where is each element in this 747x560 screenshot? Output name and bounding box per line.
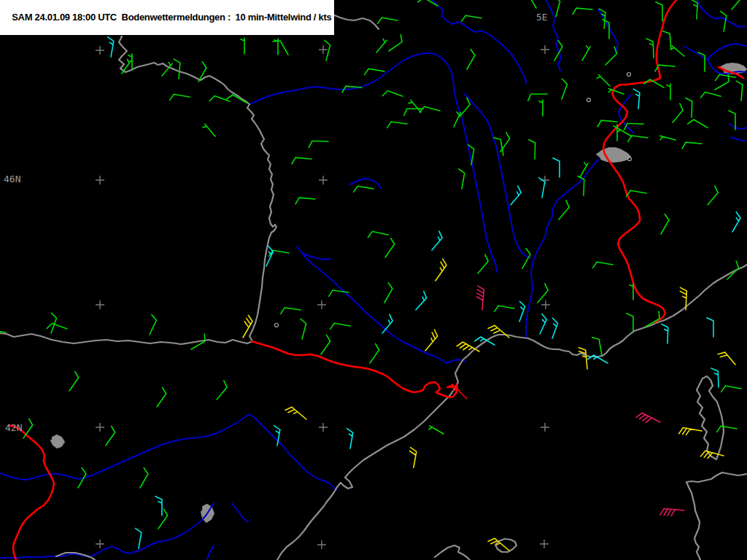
barb-staff bbox=[378, 18, 398, 23]
map-title-bar: SAM 24.01.09 18:00 UTC Bodenwettermeldun… bbox=[0, 0, 334, 36]
river bbox=[207, 545, 214, 559]
wind-barb bbox=[285, 407, 306, 419]
barb-staff bbox=[436, 259, 446, 281]
barb-staff bbox=[608, 88, 624, 94]
wind-barb bbox=[158, 509, 168, 529]
wind-barb bbox=[539, 178, 545, 198]
barb-staff bbox=[368, 231, 388, 237]
wind-barb bbox=[554, 0, 560, 17]
barb-staff bbox=[410, 448, 417, 467]
wind-barb bbox=[691, 0, 697, 19]
wind-barb bbox=[662, 324, 668, 343]
lake bbox=[51, 435, 64, 448]
country-border bbox=[9, 425, 54, 560]
river bbox=[598, 9, 618, 51]
barb-staff bbox=[539, 178, 545, 198]
lake-layer bbox=[51, 63, 746, 522]
wind-barb bbox=[660, 509, 684, 516]
label-layer: 5W05E46N42N bbox=[4, 11, 548, 433]
barb-staff bbox=[170, 94, 190, 100]
barb-staff bbox=[732, 212, 740, 232]
barb-staff bbox=[538, 284, 548, 303]
wind-barb bbox=[157, 387, 166, 407]
barb-staff bbox=[321, 335, 330, 354]
barb-staff bbox=[488, 325, 509, 338]
wind-barb bbox=[633, 89, 640, 109]
wind-barb bbox=[582, 46, 590, 61]
wind-barb bbox=[429, 426, 444, 434]
graticule-cross bbox=[96, 423, 104, 432]
barb-staff bbox=[662, 324, 668, 343]
barb-staff bbox=[553, 158, 560, 177]
wind-barb bbox=[462, 15, 481, 21]
barb-staff bbox=[47, 323, 67, 329]
wind-barb bbox=[69, 371, 79, 391]
wind-barb bbox=[410, 448, 417, 467]
wind-barb bbox=[150, 314, 156, 335]
wind-barb bbox=[717, 426, 737, 432]
wind-barb bbox=[382, 90, 403, 96]
wind-barb bbox=[459, 169, 465, 189]
wind-barb bbox=[605, 47, 617, 65]
wind-barb bbox=[553, 158, 560, 177]
wind-barb bbox=[627, 190, 646, 196]
barb-staff bbox=[462, 15, 481, 21]
barb-staff bbox=[429, 426, 444, 434]
river bbox=[729, 124, 747, 129]
border-layer bbox=[9, 0, 743, 560]
wind-barb bbox=[347, 429, 353, 448]
barb-staff bbox=[656, 2, 662, 21]
graticule-cross bbox=[541, 300, 550, 309]
wind-barb bbox=[370, 343, 379, 363]
barb-staff bbox=[416, 291, 427, 310]
graticule-cross bbox=[96, 540, 104, 548]
graticule-label: 42N bbox=[5, 422, 22, 433]
wind-barb bbox=[708, 186, 718, 205]
wind-barb bbox=[425, 330, 438, 351]
barb-staff bbox=[715, 74, 729, 90]
barb-staff bbox=[285, 407, 306, 419]
weather-map-canvas: 5W05E46N42N bbox=[0, 0, 747, 560]
graticule-cross bbox=[317, 300, 326, 309]
wind-barb bbox=[608, 88, 624, 94]
wind-barb bbox=[432, 231, 442, 250]
barb-staff bbox=[432, 231, 442, 250]
wind-barb bbox=[476, 286, 484, 310]
wind-barb bbox=[521, 0, 536, 8]
wind-barb bbox=[667, 84, 670, 100]
barb-staff bbox=[106, 426, 115, 446]
river bbox=[0, 503, 214, 558]
barb-staff bbox=[419, 106, 440, 112]
wind-barb bbox=[630, 284, 633, 300]
river bbox=[731, 137, 744, 141]
barb-staff bbox=[682, 142, 702, 149]
wind-barb bbox=[732, 0, 742, 9]
wind-barb bbox=[559, 201, 569, 219]
wind-barb bbox=[528, 94, 547, 101]
barb-staff bbox=[425, 330, 438, 351]
graticule-layer bbox=[96, 45, 550, 549]
wind-barb bbox=[295, 198, 315, 204]
wind-barb bbox=[715, 74, 729, 90]
graticule-cross bbox=[540, 540, 549, 548]
graticule-label: 5E bbox=[536, 12, 548, 23]
barb-staff bbox=[495, 306, 514, 311]
barb-staff bbox=[708, 186, 718, 205]
barb-staff bbox=[582, 46, 590, 61]
barb-staff bbox=[717, 426, 737, 432]
barb-staff bbox=[108, 37, 114, 57]
barb-staff bbox=[673, 104, 683, 122]
barb-staff bbox=[592, 338, 602, 355]
wind-barb bbox=[578, 348, 587, 369]
barb-staff bbox=[732, 0, 742, 9]
calm-station-circle bbox=[275, 324, 279, 327]
wind-barb bbox=[707, 318, 713, 337]
wind-barb bbox=[538, 284, 548, 303]
river bbox=[433, 0, 527, 83]
wind-barb bbox=[700, 92, 721, 98]
wind-barb bbox=[682, 142, 702, 149]
wind-barb bbox=[378, 18, 398, 23]
barb-staff bbox=[382, 90, 403, 96]
wind-barb bbox=[136, 529, 142, 548]
barb-staff bbox=[325, 40, 330, 61]
